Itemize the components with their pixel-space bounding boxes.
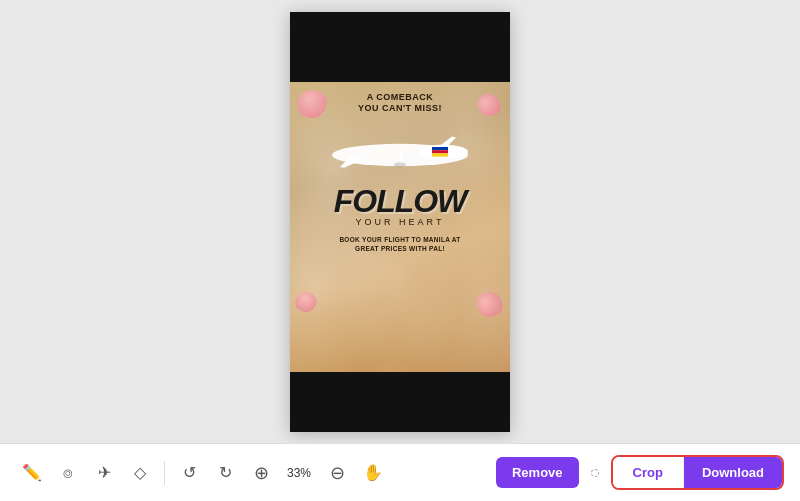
poster-content: A COMEBACK YOU CAN'T MISS! FOLLOW <box>298 92 502 254</box>
poster: A COMEBACK YOU CAN'T MISS! FOLLOW <box>290 82 510 372</box>
pan-tool[interactable]: ✋ <box>357 457 389 489</box>
eraser-tool[interactable]: ◇ <box>124 457 156 489</box>
transform-tool[interactable]: ✈ <box>88 457 120 489</box>
follow-text: FOLLOW <box>334 185 467 217</box>
svg-rect-7 <box>432 150 448 153</box>
book-text: BOOK YOUR FLIGHT TO MANILA AT GREAT PRIC… <box>339 235 460 253</box>
zoom-in-button[interactable]: ⊕ <box>245 457 277 489</box>
undo-button[interactable]: ↺ <box>173 457 205 489</box>
crop-download-group: Crop Download <box>611 455 784 490</box>
pencil-tool[interactable]: ✏️ <box>16 457 48 489</box>
download-button[interactable]: Download <box>684 457 782 488</box>
zoom-out-button[interactable]: ⊖ <box>321 457 353 489</box>
dotted-circle-icon <box>591 469 599 477</box>
action-buttons: Remove Crop Download <box>496 455 784 490</box>
svg-point-5 <box>394 162 407 167</box>
toolbar: ✏️ ⌾ ✈ ◇ ↺ ↻ ⊕ 33% ⊖ ✋ Remove Crop Downl… <box>0 443 800 501</box>
drawing-tools: ✏️ ⌾ ✈ ◇ <box>16 457 156 489</box>
airplane-icon <box>320 121 480 181</box>
svg-rect-6 <box>432 147 448 150</box>
comeback-text: A COMEBACK YOU CAN'T MISS! <box>358 92 442 115</box>
svg-rect-8 <box>432 153 448 156</box>
black-top <box>290 12 510 82</box>
your-heart-text: YOUR HEART <box>356 217 445 227</box>
dotted-separator-area <box>587 469 603 477</box>
zoom-controls: ↺ ↻ ⊕ 33% ⊖ ✋ <box>173 457 389 489</box>
divider-1 <box>164 461 165 485</box>
crop-button[interactable]: Crop <box>613 457 684 488</box>
zoom-percent: 33% <box>281 466 317 480</box>
black-bottom <box>290 372 510 432</box>
redo-button[interactable]: ↻ <box>209 457 241 489</box>
remove-button[interactable]: Remove <box>496 457 579 488</box>
lasso-tool[interactable]: ⌾ <box>52 457 84 489</box>
image-container: A COMEBACK YOU CAN'T MISS! FOLLOW <box>290 12 510 432</box>
canvas-area: A COMEBACK YOU CAN'T MISS! FOLLOW <box>0 0 800 443</box>
